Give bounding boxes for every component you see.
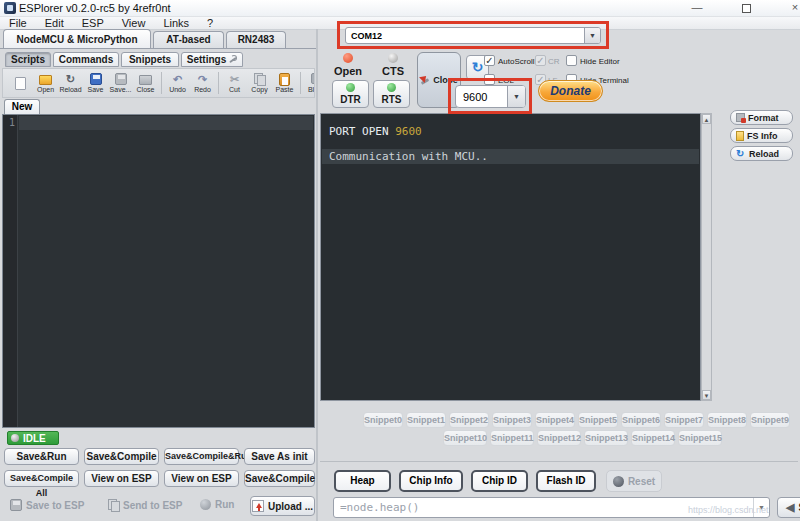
redo-button[interactable]: ↷Redo: [190, 73, 215, 93]
fs-reload-button[interactable]: ↻ Reload: [730, 146, 793, 161]
scroll-up-icon[interactable]: ▲: [702, 114, 711, 124]
open-led-icon: [343, 53, 353, 63]
wrench-icon: [228, 55, 237, 64]
save-to-esp-button[interactable]: Save to ESP: [10, 499, 84, 511]
menu-file[interactable]: File: [0, 17, 36, 29]
rts-button[interactable]: RTS: [373, 80, 410, 108]
minimize-button[interactable]: —: [688, 1, 706, 13]
code-editor[interactable]: 1: [2, 114, 315, 428]
tab-settings[interactable]: Settings: [181, 52, 243, 67]
tab-commands-label: Commands: [59, 53, 113, 67]
send-to-esp-label: Send to ESP: [123, 500, 182, 511]
chip-id-button[interactable]: Chip ID: [471, 470, 528, 492]
tab-nodemcu-micropython[interactable]: NodeMCU & MicroPython: [3, 29, 151, 48]
snippet9-button[interactable]: Snippet9: [750, 412, 790, 428]
tab-snippets[interactable]: Snippets: [121, 52, 179, 67]
menu-esp[interactable]: ESP: [73, 17, 113, 29]
snippet13-button[interactable]: Snippet13: [584, 430, 628, 446]
undo-icon: ↶: [171, 73, 184, 85]
autoscroll-checkbox[interactable]: ✓: [484, 55, 495, 66]
port-open-baud: 9600: [395, 125, 422, 138]
block-icon: [311, 73, 316, 84]
snippet0-button[interactable]: Snippet0: [363, 412, 403, 428]
upload-button[interactable]: Upload ...: [250, 496, 315, 516]
serial-terminal[interactable]: PORT OPEN 9600 Communication with MCU..: [320, 113, 701, 401]
toolbar-separator: [161, 72, 162, 94]
snippet8-button[interactable]: Snippet8: [707, 412, 747, 428]
paste-button[interactable]: Paste: [272, 73, 297, 93]
tab-scripts[interactable]: Scripts: [5, 52, 51, 67]
close-button[interactable]: ×: [786, 1, 800, 13]
snippet11-button[interactable]: Snippet11: [490, 430, 534, 446]
editor-tab-new[interactable]: New: [4, 99, 40, 114]
snippet12-button[interactable]: Snippet12: [537, 430, 581, 446]
terminal-line-status: Communication with MCU..: [329, 150, 488, 163]
flash-id-button[interactable]: Flash ID: [536, 470, 596, 492]
run-button[interactable]: Run: [200, 499, 234, 510]
fs-info-button[interactable]: FS Info: [730, 128, 793, 143]
block-button[interactable]: Block: [304, 73, 315, 93]
maximize-button[interactable]: [742, 4, 751, 13]
save-button[interactable]: Save: [83, 73, 108, 93]
save-compile-run-button[interactable]: Save&Compile&Run...: [164, 448, 239, 465]
chip-info-button[interactable]: Chip Info: [399, 470, 463, 492]
run-icon: [200, 499, 211, 510]
save-compile-button-2[interactable]: Save&Compile: [244, 470, 315, 487]
cts-indicator: CTS: [379, 52, 407, 78]
rts-led-icon: [387, 83, 396, 92]
menu-help[interactable]: ?: [198, 17, 222, 29]
menu-edit[interactable]: Edit: [36, 17, 73, 29]
save-compile-button[interactable]: Save&Compile: [84, 448, 159, 465]
redo-icon: ↷: [196, 73, 209, 85]
status-label: IDLE: [23, 433, 46, 444]
snippet10-button[interactable]: Snippet10: [443, 430, 487, 446]
undo-button[interactable]: ↶Undo: [165, 73, 190, 93]
menu-view[interactable]: View: [113, 17, 155, 29]
scroll-down-icon[interactable]: ▼: [702, 390, 711, 400]
port-open-button[interactable]: Open: [333, 52, 363, 78]
send-to-esp-button[interactable]: Send to ESP: [108, 499, 182, 511]
line-number: 1: [3, 115, 17, 128]
dtr-button[interactable]: DTR: [332, 80, 369, 108]
new-file-button[interactable]: [8, 77, 33, 90]
hide-editor-label: Hide Editor: [580, 57, 620, 66]
snippet15-button[interactable]: Snippet15: [678, 430, 722, 446]
tab-commands[interactable]: Commands: [53, 52, 119, 67]
view-on-esp-button-2[interactable]: View on ESP: [164, 470, 239, 487]
editor-gutter: 1: [3, 115, 18, 427]
reload-button[interactable]: ↻Reload: [58, 73, 83, 93]
copy-button[interactable]: Copy: [247, 73, 272, 93]
snippet5-button[interactable]: Snippet5: [578, 412, 618, 428]
snippet2-button[interactable]: Snippet2: [449, 412, 489, 428]
reset-button[interactable]: Reset: [606, 470, 662, 492]
view-on-esp-button[interactable]: View on ESP: [84, 470, 159, 487]
hide-editor-checkbox[interactable]: [566, 55, 577, 66]
cut-button[interactable]: ✂Cut: [222, 73, 247, 93]
snippet7-button[interactable]: Snippet7: [664, 412, 704, 428]
open-button[interactable]: Open: [33, 73, 58, 93]
save-as-init-button[interactable]: Save As init: [244, 448, 315, 465]
save-as-button[interactable]: Save...: [108, 73, 133, 93]
terminal-scrollbar[interactable]: ▲ ▼: [701, 113, 712, 401]
snippet6-button[interactable]: Snippet6: [621, 412, 661, 428]
send-arrow-icon: ◀: [786, 502, 794, 513]
panel-divider[interactable]: [316, 29, 318, 521]
snippet14-button[interactable]: Snippet14: [631, 430, 675, 446]
donate-button[interactable]: Donate: [538, 80, 603, 102]
format-button[interactable]: Format: [730, 110, 793, 125]
tab-rn2483[interactable]: RN2483: [226, 31, 286, 48]
close-file-button[interactable]: Close: [133, 73, 158, 93]
rts-label: RTS: [382, 94, 402, 105]
menu-links[interactable]: Links: [154, 17, 198, 29]
snippet4-button[interactable]: Snippet4: [535, 412, 575, 428]
save-floppy-icon: [90, 73, 102, 85]
send-button[interactable]: ◀ Send: [777, 497, 800, 518]
heap-button[interactable]: Heap: [334, 470, 391, 492]
snippet3-button[interactable]: Snippet3: [492, 412, 532, 428]
snippet1-button[interactable]: Snippet1: [406, 412, 446, 428]
save-compile-all-button[interactable]: Save&Compile All: [4, 470, 79, 487]
command-input[interactable]: [334, 501, 724, 514]
save-run-button[interactable]: Save&Run: [4, 448, 79, 465]
autoscroll-label: AutoScroll: [498, 57, 534, 66]
tab-at-based[interactable]: AT-based: [153, 31, 224, 48]
